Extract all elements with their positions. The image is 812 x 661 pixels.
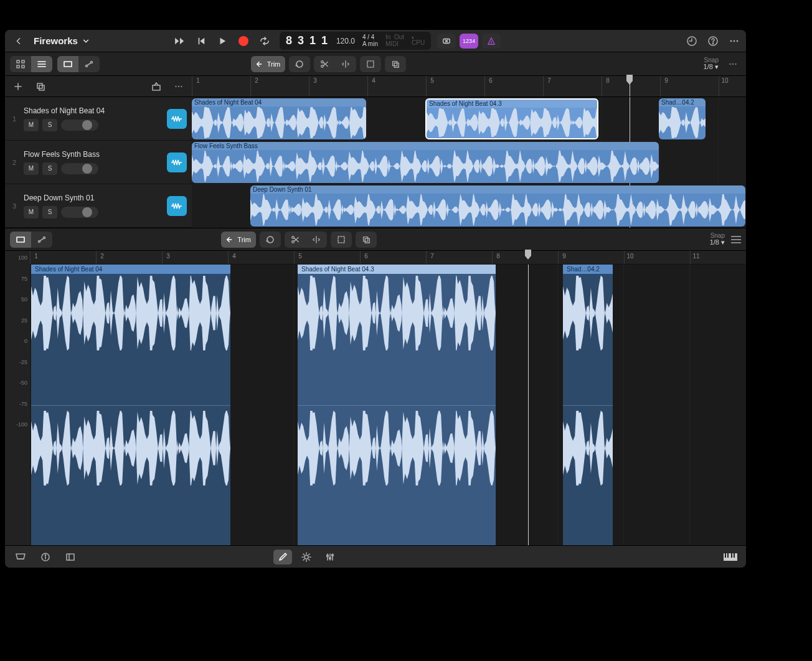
svg-rect-58 [67, 554, 74, 560]
audio-region[interactable]: Shades of Night Beat 04 [192, 98, 366, 139]
arrange-marker[interactable] [625, 75, 634, 86]
audio-region[interactable]: Flow Feels Synth Bass [192, 142, 659, 183]
record-button[interactable] [235, 34, 252, 48]
editor-audio-clip[interactable]: Shad…04.2 [563, 265, 613, 545]
svg-rect-77 [727, 553, 729, 558]
gear-sun-icon[interactable] [297, 550, 316, 565]
tuner-button[interactable] [482, 34, 501, 49]
region-canvas[interactable]: Shades of Night Beat 04Shades of Night B… [192, 97, 746, 228]
editor-canvas[interactable]: Shades of Night Beat 04Shades of Night B… [30, 265, 746, 545]
mute-button[interactable]: M [24, 119, 39, 131]
trim-tool[interactable]: Trim [251, 56, 286, 72]
editor-ruler[interactable]: 1234567891011 [30, 251, 746, 265]
svg-point-6 [712, 43, 713, 44]
project-title[interactable]: Fireworks [34, 35, 90, 46]
arrangement-area: 1Shades of Night Beat 04MS2Flow Feels Sy… [5, 97, 746, 228]
svg-line-66 [309, 559, 310, 560]
editor-playhead [528, 265, 529, 545]
audio-region[interactable]: Shad…04.2 [659, 98, 706, 139]
volume-slider[interactable] [61, 120, 98, 131]
editor-audio-clip[interactable]: Shades of Night Beat 04.3 [298, 265, 496, 545]
editor-copy-tool[interactable] [356, 232, 377, 248]
play-button[interactable] [214, 34, 231, 48]
svg-rect-52 [364, 237, 368, 241]
close-circle-button[interactable] [437, 34, 456, 49]
clip-name: Shad…04.2 [563, 265, 613, 274]
solo-button[interactable]: S [42, 162, 57, 175]
lcd-tempo: 120.0 [336, 37, 355, 45]
marquee-tool[interactable] [360, 56, 381, 72]
track-row[interactable]: 1Shades of Night Beat 04MS [5, 97, 192, 141]
svg-rect-79 [734, 553, 735, 558]
info-icon[interactable] [36, 550, 55, 565]
editor-region-view[interactable] [10, 232, 31, 248]
import-button[interactable] [148, 78, 164, 95]
sliders-icon[interactable] [321, 550, 339, 565]
solo-button[interactable]: S [42, 206, 57, 218]
track-type-icon [167, 109, 187, 129]
arrange-ruler[interactable]: 12345678910 [192, 76, 746, 96]
svg-rect-41 [17, 237, 24, 242]
back-button[interactable] [10, 34, 27, 48]
svg-rect-53 [365, 238, 369, 243]
mute-button[interactable]: M [24, 206, 39, 218]
lcd-sig: 4 / 4 [362, 34, 378, 41]
editor-snap[interactable]: Snap 1/8 ▾ [710, 233, 741, 246]
editor-audio-clip[interactable]: Shades of Night Beat 04 [31, 265, 230, 545]
volume-slider[interactable] [61, 163, 98, 174]
editor-marker[interactable] [524, 250, 532, 261]
editor-tools: Trim [221, 232, 377, 248]
track-more-icon[interactable] [171, 78, 187, 95]
grid-view-button[interactable] [10, 56, 31, 72]
editor-menu-icon[interactable] [731, 236, 741, 243]
fast-forward-button[interactable] [171, 34, 189, 48]
mute-button[interactable]: M [24, 162, 39, 175]
track-number: 2 [10, 159, 19, 166]
pencil-button[interactable] [273, 550, 292, 565]
track-number: 1 [10, 115, 19, 123]
track-row[interactable]: 3Deep Down Synth 01MS [5, 184, 192, 228]
region-name: Flow Feels Synth Bass [192, 142, 659, 150]
editor-toolbar: Trim Snap 1/8 ▾ [5, 228, 746, 251]
lcd-position: 8 3 1 1 [286, 34, 329, 47]
svg-rect-10 [17, 60, 19, 63]
scissors-tool[interactable] [314, 56, 335, 72]
audio-region[interactable]: Deep Down Synth 01 [250, 185, 745, 227]
duplicate-track-button[interactable] [32, 78, 49, 95]
add-track-button[interactable] [10, 78, 26, 95]
snap-control[interactable]: Snap 1/8 ▾ [704, 56, 741, 72]
editor-split-tool[interactable] [306, 232, 327, 248]
rewind-button[interactable] [192, 34, 210, 48]
lcd-display[interactable]: 8 3 1 1 120.0 4 / 4 A min In Out MIDI • … [280, 32, 431, 50]
editor-trim-tool[interactable]: Trim [221, 232, 256, 248]
cycle-button[interactable] [256, 34, 273, 48]
solo-button[interactable]: S [42, 119, 57, 131]
track-row[interactable]: 2Flow Feels Synth BassMS [5, 141, 192, 184]
history-icon[interactable] [685, 34, 699, 48]
count-in-button[interactable]: 1234 [460, 34, 478, 49]
keyboard-icon[interactable] [721, 550, 740, 565]
svg-point-9 [737, 40, 739, 42]
list-view-button[interactable] [31, 56, 52, 72]
inbox-icon[interactable] [11, 550, 30, 565]
region-view-button[interactable] [57, 56, 78, 72]
panels-icon[interactable] [61, 550, 80, 565]
copy-tool[interactable] [385, 56, 406, 72]
loop-tool[interactable] [289, 56, 310, 72]
region-name: Shades of Night Beat 04.3 [427, 100, 597, 108]
editor-marquee-tool[interactable] [331, 232, 352, 248]
arrange-more-icon[interactable] [725, 56, 741, 72]
editor-scissors-tool[interactable] [285, 232, 306, 248]
svg-rect-37 [153, 85, 160, 90]
project-title-text: Fireworks [34, 35, 78, 46]
svg-rect-78 [731, 553, 732, 558]
more-icon[interactable] [727, 34, 741, 48]
help-icon[interactable] [706, 34, 720, 48]
audio-region[interactable]: Shades of Night Beat 04.3 [425, 98, 598, 139]
svg-rect-51 [338, 237, 344, 243]
editor-automation-view[interactable] [31, 232, 52, 248]
editor-loop-tool[interactable] [260, 232, 281, 248]
automation-view-button[interactable] [78, 56, 100, 72]
volume-slider[interactable] [61, 207, 98, 218]
split-tool[interactable] [335, 56, 356, 72]
